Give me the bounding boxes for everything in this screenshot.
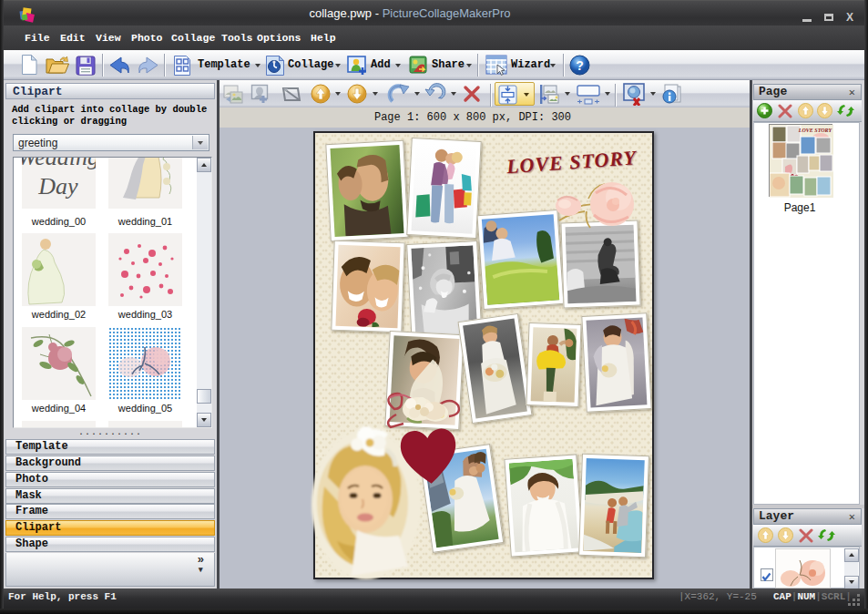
svg-text:?: ? [576,58,584,73]
svg-text:LOVE STORY: LOVE STORY [798,128,833,133]
svg-text:Day: Day [37,173,78,200]
svg-text:Wedding: Wedding [22,157,96,170]
